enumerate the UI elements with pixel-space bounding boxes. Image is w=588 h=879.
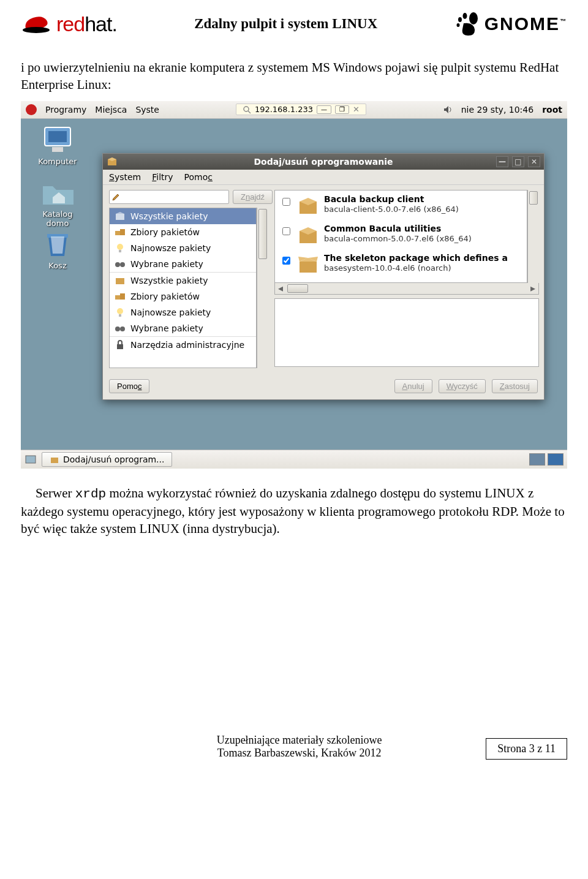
pencil-icon	[111, 193, 120, 202]
desktop-icon-trash[interactable]: Kosz	[33, 232, 82, 270]
category-all-packages[interactable]: Wszystkie pakiety	[110, 208, 256, 224]
svg-rect-8	[48, 131, 67, 142]
closed-box-icon	[297, 224, 319, 246]
svg-rect-23	[119, 314, 121, 317]
package-row[interactable]: Bacula backup clientbacula-client-5.0.0-…	[275, 191, 527, 220]
home-folder-icon	[40, 179, 75, 207]
window-restore-icon[interactable]: ❐	[335, 105, 349, 114]
svg-point-5	[244, 107, 249, 111]
apply-button[interactable]: Zastosuj	[492, 379, 538, 393]
trash-icon	[42, 232, 73, 258]
distro-icon[interactable]	[26, 104, 37, 115]
package-checkbox[interactable]	[282, 198, 290, 206]
svg-point-25	[120, 326, 125, 331]
page-number: Strona 3 z 11	[486, 738, 567, 760]
window-titlebar[interactable]: Dodaj/usuń oprogramowanie — □ ✕	[103, 154, 544, 170]
paragraph-2: Serwer xrdp można wykorzystać również do…	[21, 485, 567, 538]
packages-icon	[115, 291, 126, 302]
menu-item-help[interactable]: Pomoc	[184, 172, 213, 182]
window-menubar: System Filtry Pomoc	[103, 170, 544, 185]
menu-programs[interactable]: Programy	[45, 105, 86, 115]
find-button[interactable]: Znajdź	[233, 190, 273, 204]
package-row[interactable]: The skeleton package which defines abase…	[275, 249, 527, 279]
package-checkbox[interactable]	[282, 257, 290, 265]
magnifier-icon	[243, 105, 251, 114]
svg-rect-30	[26, 456, 36, 463]
package-icon	[115, 211, 126, 222]
svg-rect-9	[52, 147, 63, 152]
category-selected[interactable]: Wybrane pakiety	[110, 256, 256, 272]
svg-rect-16	[119, 250, 121, 252]
help-button[interactable]: Pomoc	[109, 379, 149, 393]
window-app-icon	[107, 156, 118, 167]
package-scrollbar[interactable]	[527, 190, 539, 283]
taskbar-button[interactable]: Dodaj/usuń oprogram...	[42, 452, 172, 467]
gnome-logo: GNOME™	[455, 11, 567, 37]
ip-text: 192.168.1.233	[255, 105, 313, 114]
package-list[interactable]: Bacula backup clientbacula-client-5.0.0-…	[274, 190, 527, 283]
category-all-packages-2[interactable]: Wszystkie pakiety	[110, 273, 256, 289]
menu-item-filters[interactable]: Filtry	[152, 172, 173, 182]
svg-point-2	[462, 13, 467, 19]
package-row[interactable]: Common Bacula utilitiesbacula-common-5.0…	[275, 220, 527, 249]
desktop-icon-home[interactable]: Katalog domo	[33, 179, 82, 228]
svg-point-18	[120, 262, 125, 267]
paragraph-1: i po uwierzytelnieniu na ekranie kompute…	[21, 59, 567, 94]
svg-line-6	[248, 111, 251, 113]
window-minimize-button[interactable]: —	[496, 156, 508, 167]
category-collections[interactable]: Zbiory pakietów	[110, 224, 256, 240]
trademark: ™	[560, 18, 567, 25]
menu-item-system[interactable]: System	[109, 172, 141, 182]
binoculars-icon	[115, 323, 126, 334]
window-button-row: Pomoc Anuluj Wyczyść Zastosuj	[103, 373, 544, 399]
svg-rect-14	[120, 229, 125, 235]
category-newest-2[interactable]: Najnowsze pakiety	[110, 304, 256, 320]
clear-button[interactable]: Wyczyść	[439, 379, 486, 393]
open-box-icon	[297, 253, 319, 275]
category-newest[interactable]: Najnowsze pakiety	[110, 240, 256, 256]
category-list[interactable]: Wszystkie pakiety Zbiory pakietów Najnow…	[109, 208, 257, 368]
clock[interactable]: nie 29 sty, 10:46	[461, 105, 533, 115]
svg-point-1	[469, 12, 478, 25]
workspace-2[interactable]	[548, 453, 564, 466]
user-label[interactable]: root	[542, 105, 562, 115]
menu-system[interactable]: Syste	[135, 105, 159, 115]
screenshot: Programy Miejsca Syste 192.168.1.233 — ❐…	[21, 101, 567, 469]
workspace-1[interactable]	[529, 453, 545, 466]
svg-rect-29	[300, 262, 317, 273]
svg-point-17	[115, 262, 120, 267]
desktop-icon-computer[interactable]: Komputer	[33, 125, 82, 166]
svg-rect-13	[115, 231, 120, 235]
window-title-text: Dodaj/usuń oprogramowanie	[254, 157, 393, 167]
gnome-text: GNOME	[484, 13, 560, 34]
svg-point-24	[115, 326, 120, 331]
show-desktop-icon[interactable]	[24, 453, 37, 466]
window-minimize-icon[interactable]: —	[317, 105, 331, 114]
window-maximize-button[interactable]: □	[512, 156, 524, 167]
window-close-button[interactable]: ✕	[528, 156, 540, 167]
package-hscrollbar[interactable]: ◂▸	[274, 283, 539, 295]
search-input[interactable]	[109, 190, 229, 204]
footer-line1: Uzupełniające materiały szkoleniowe	[113, 734, 486, 747]
package-checkbox[interactable]	[282, 227, 290, 235]
page-header: redhat. Zdalny pulpit i system LINUX GNO…	[21, 11, 567, 37]
category-selected-2[interactable]: Wybrane pakiety	[110, 320, 256, 336]
svg-rect-20	[115, 295, 120, 300]
cancel-button[interactable]: Anuluj	[394, 379, 432, 393]
gnome-panel-top: Programy Miejsca Syste 192.168.1.233 — ❐…	[21, 101, 567, 119]
svg-rect-12	[116, 214, 124, 220]
menu-places[interactable]: Miejsca	[95, 105, 127, 115]
svg-point-4	[456, 23, 459, 27]
category-admin-tools[interactable]: Narzędzia administracyjne	[110, 337, 256, 353]
package-manager-window: Dodaj/usuń oprogramowanie — □ ✕ System F…	[102, 153, 545, 400]
category-scrollbar[interactable]	[257, 208, 268, 368]
package-details-pane	[274, 298, 539, 367]
remote-ip-box: 192.168.1.233 — ❐ ✕	[236, 104, 366, 115]
speaker-icon[interactable]	[443, 105, 453, 115]
bulb-icon	[115, 243, 126, 254]
window-close-icon[interactable]: ✕	[353, 105, 360, 114]
svg-point-22	[117, 308, 123, 314]
category-collections-2[interactable]: Zbiory pakietów	[110, 289, 256, 304]
svg-rect-21	[120, 293, 125, 300]
workspace-switcher[interactable]	[529, 453, 564, 466]
